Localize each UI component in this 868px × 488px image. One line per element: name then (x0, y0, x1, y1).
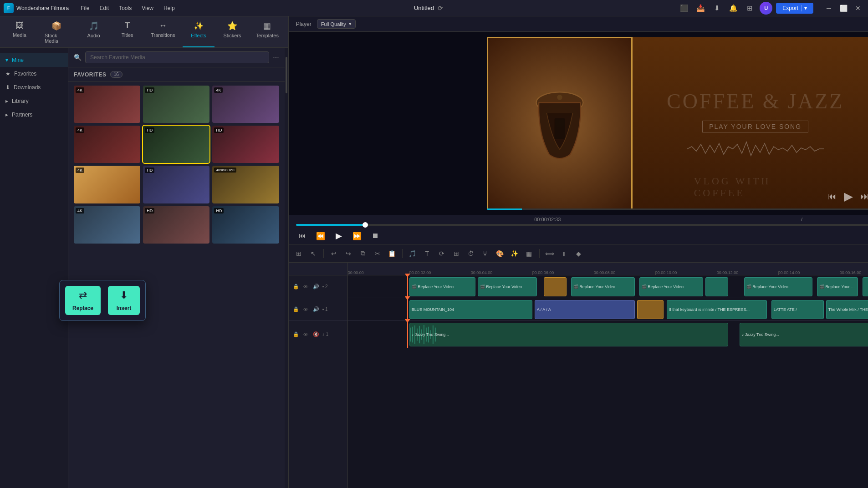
clip-v1-5[interactable]: LATTE ATE / (771, 300, 824, 319)
menu-view[interactable]: View (137, 3, 158, 13)
track-eye-2[interactable]: 👁 (302, 283, 310, 290)
effects-small-button[interactable]: ✨ (508, 247, 521, 260)
audio-detach-button[interactable]: 🎵 (406, 247, 419, 260)
track-audio-2[interactable]: 🔊 (312, 283, 320, 290)
media-thumb-6[interactable]: HD (212, 126, 279, 163)
sidebar-item-downloads[interactable]: ⬇ Downloads (0, 81, 68, 94)
cut-button[interactable]: ✂ (371, 247, 384, 260)
step-back-button[interactable]: ⏪ (314, 229, 327, 242)
clip-v2-5[interactable]: 🎬 Replace Your Video (639, 277, 703, 296)
crop-button[interactable]: ⊞ (450, 247, 463, 260)
clip-v2-1[interactable]: 🎬 Replace Your Video (409, 277, 475, 296)
close-button[interactable]: ✕ (852, 2, 864, 15)
tab-stickers[interactable]: ⭐ Stickers (216, 18, 248, 47)
track-lock-2[interactable]: 🔒 (292, 283, 300, 290)
media-thumb-10[interactable]: 4K (74, 206, 140, 244)
quality-select[interactable]: Full Quality ▾ (317, 19, 356, 29)
notification-icon[interactable]: 🔔 (727, 2, 740, 15)
tab-audio[interactable]: 🎵 Audio (78, 18, 110, 47)
clip-audio-1[interactable]: ♪ Jazzy Trio Swing... (409, 323, 728, 346)
timeline-snap-button[interactable]: ⫿ (558, 247, 571, 260)
menu-edit[interactable]: Edit (95, 3, 114, 13)
undo-button[interactable]: ↩ (327, 247, 340, 260)
replace-button[interactable]: ⇄ Replace (65, 286, 101, 315)
track-lock-1[interactable]: 🔒 (292, 306, 300, 313)
sidebar-item-partners[interactable]: ▸ Partners (0, 108, 68, 122)
media-thumb-1[interactable]: 4K (74, 86, 140, 123)
clip-v2-3[interactable] (544, 277, 567, 296)
tab-templates[interactable]: ▦ Templates (250, 18, 285, 47)
speed-button[interactable]: ⏱ (465, 247, 477, 260)
paste-button[interactable]: 📋 (386, 247, 398, 260)
sidebar-item-library[interactable]: ▸ Library (0, 94, 68, 108)
apps-icon[interactable]: ⊞ (743, 2, 756, 15)
sidebar-item-mine[interactable]: ▾ Mine (0, 53, 68, 67)
menu-tools[interactable]: Tools (114, 3, 136, 13)
media-thumb-2[interactable]: HD (143, 86, 209, 123)
export-dropdown-arrow[interactable]: ▾ (801, 5, 807, 11)
play-pause-icon[interactable]: ▶ (844, 189, 853, 203)
rotate-button[interactable]: ⟳ (435, 247, 448, 260)
clip-v2-6[interactable] (705, 277, 728, 296)
track-lock-audio[interactable]: 🔒 (292, 331, 300, 338)
tab-media[interactable]: 🖼 Media (4, 18, 36, 47)
tab-effects[interactable]: ✨ Effects (183, 18, 214, 47)
tab-stock-media[interactable]: 📦 Stock Media (37, 18, 76, 47)
fast-forward-icon[interactable]: ⏭ (860, 191, 868, 202)
media-thumb-7[interactable]: 4K (74, 166, 140, 203)
clip-v1-1[interactable]: BLUE MOUNTAIN_104 (409, 300, 532, 319)
redo-button[interactable]: ↪ (342, 247, 355, 260)
step-forward-button[interactable]: ⏩ (351, 229, 363, 242)
timeline-grid-button[interactable]: ⊞ (292, 247, 305, 260)
player-progress-thumb[interactable] (363, 222, 368, 228)
tab-titles[interactable]: T Titles (112, 18, 143, 47)
tab-transitions[interactable]: ↔ Transitions (145, 18, 181, 47)
media-thumb-12[interactable]: HD (212, 206, 279, 244)
timeline-select-button[interactable]: ↖ (307, 247, 320, 260)
media-thumb-3[interactable]: 4K (212, 86, 279, 123)
menu-help[interactable]: Help (159, 3, 179, 13)
clip-v1-6[interactable]: The Whole Milk / THE... (826, 300, 868, 319)
minimize-button[interactable]: ─ (822, 2, 835, 15)
media-thumb-4[interactable]: 4K (74, 126, 140, 163)
clip-v2-4[interactable]: 🎬 Replace Your Video (571, 277, 635, 296)
mosaic-button[interactable]: ▦ (523, 247, 536, 260)
clip-v1-4[interactable]: If that keyboard is infinite / THE ESPRE… (667, 300, 767, 319)
clip-v2-9[interactable] (863, 277, 868, 296)
voice-button[interactable]: 🎙 (479, 247, 492, 260)
maximize-button[interactable]: ⬜ (837, 2, 850, 15)
text-button[interactable]: T (421, 247, 434, 260)
user-avatar[interactable]: U (760, 2, 772, 15)
screen-record-icon[interactable]: ⬛ (678, 2, 690, 15)
timeline-marker-button[interactable]: ◆ (572, 247, 585, 260)
media-thumb-11[interactable]: HD (143, 206, 209, 244)
media-thumb-9[interactable]: 4096×2160 (212, 166, 279, 203)
media-thumb-8[interactable]: HD (143, 166, 209, 203)
more-options-icon[interactable]: ··· (273, 53, 279, 61)
scrollbar[interactable] (285, 48, 288, 488)
clip-v2-8[interactable]: 🎬 Replace Your Video (817, 277, 858, 296)
import-icon[interactable]: 📥 (694, 2, 707, 15)
skip-back-button[interactable]: ⏮ (296, 229, 309, 242)
track-eye-audio[interactable]: 👁 (302, 331, 310, 338)
media-thumb-5[interactable]: HD (143, 126, 209, 163)
clip-v2-2[interactable]: 🎬 Replace Your Video (478, 277, 537, 296)
track-mute-audio[interactable]: 🔇 (312, 331, 320, 338)
track-audio-1[interactable]: 🔊 (312, 306, 320, 313)
stop-button[interactable]: ⏹ (369, 229, 382, 242)
sidebar-item-favorites[interactable]: ★ Favorites (0, 67, 68, 81)
menu-file[interactable]: File (76, 3, 94, 13)
color-button[interactable]: 🎨 (494, 247, 506, 260)
play-button[interactable]: ▶ (332, 229, 345, 242)
export-button[interactable]: Export ▾ (776, 3, 813, 14)
clip-audio-2[interactable]: ♪ Jazzy Trio Swing... (740, 323, 868, 346)
track-eye-1[interactable]: 👁 (302, 306, 310, 313)
clip-v2-7[interactable]: 🎬 Replace Your Video (744, 277, 812, 296)
insert-button[interactable]: ⬇ Insert (108, 286, 140, 315)
player-progress-bar[interactable] (296, 224, 868, 226)
clip-v1-3[interactable] (637, 300, 664, 319)
download-icon[interactable]: ⬇ (710, 2, 723, 15)
canvas-progress-bar[interactable] (487, 208, 868, 210)
timeline-tracks-scroll[interactable]: 00:00:00 00:00:02:00 00:00:04:00 00:00:0… (348, 263, 868, 488)
auto-ripple-button[interactable]: ⟺ (543, 247, 556, 260)
